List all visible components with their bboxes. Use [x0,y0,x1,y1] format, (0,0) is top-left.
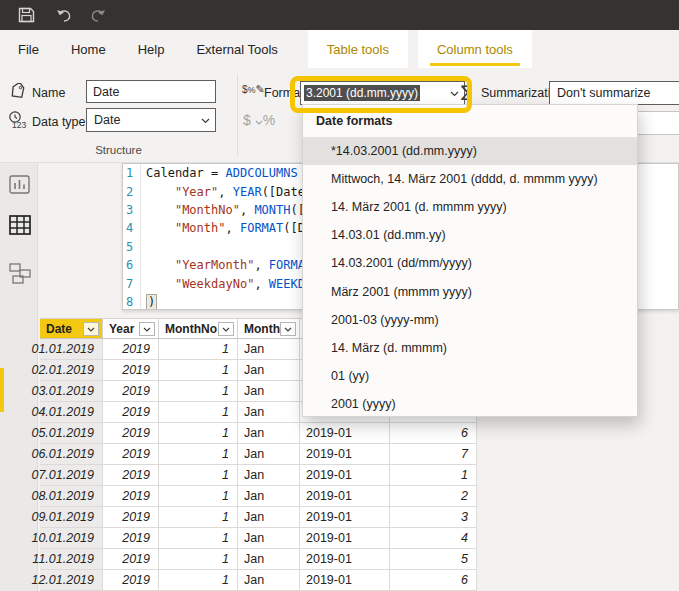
table-cell[interactable]: 2019 [103,423,159,444]
summarization-select[interactable]: Don't summarize [549,81,679,105]
table-cell[interactable]: Jan [238,549,300,570]
table-cell[interactable]: 2019-01 [300,444,390,465]
table-cell[interactable]: 2019 [103,507,159,528]
dropdown-item[interactable]: März 2001 (mmmm yyyy) [303,277,637,305]
table-cell[interactable]: 1 [159,528,238,549]
dropdown-item[interactable]: *14.03.2001 (dd.mm.yyyy) [303,137,637,165]
table-cell[interactable]: 2019-01 [300,570,390,591]
table-cell[interactable]: 4 [390,528,477,549]
dropdown-item[interactable]: 2001 (yyyy) [303,390,637,418]
data-view-icon[interactable] [9,215,31,235]
table-cell[interactable]: 1 [159,486,238,507]
table-cell[interactable]: Jan [238,570,300,591]
dropdown-item[interactable]: Mittwoch, 14. März 2001 (dddd, d. mmmm y… [303,165,637,193]
table-cell[interactable]: 06.01.2019 [40,444,103,465]
format-select[interactable]: 3.2001 (dd.mm.yyyy) [300,81,465,105]
table-cell[interactable]: 2 [390,486,477,507]
menu-item-external-tools[interactable]: External Tools [180,30,293,68]
filter-dropdown-icon[interactable] [83,322,99,336]
undo-icon[interactable] [54,6,74,24]
dropdown-item[interactable]: 14. März (d. mmmm) [303,334,637,362]
table-cell[interactable]: 2019 [103,465,159,486]
table-cell[interactable]: 2019-01 [300,486,390,507]
table-cell[interactable]: 12.01.2019 [40,570,103,591]
datatype-select[interactable]: Date [86,108,216,132]
table-cell[interactable]: 05.01.2019 [40,423,103,444]
table-cell[interactable]: 2019 [103,360,159,381]
dropdown-item[interactable]: 01 (yy) [303,362,637,390]
table-cell[interactable]: 2019-01 [300,549,390,570]
column-header-date[interactable]: Date [40,318,103,339]
table-cell[interactable]: 07.01.2019 [40,465,103,486]
table-cell[interactable]: 1 [159,381,238,402]
table-cell[interactable]: 3 [390,507,477,528]
dropdown-item[interactable]: 14.03.2001 (dd/mm/yyyy) [303,249,637,277]
model-view-icon[interactable] [9,263,31,283]
table-cell[interactable]: 1 [159,465,238,486]
column-header-month[interactable]: Month [238,318,300,339]
table-cell[interactable]: Jan [238,444,300,465]
tab-column-tools[interactable]: Column tools [418,30,532,68]
table-cell[interactable]: 2019-01 [300,507,390,528]
table-cell[interactable]: 1 [159,360,238,381]
table-cell[interactable]: 09.01.2019 [40,507,103,528]
table-cell[interactable]: 2019 [103,402,159,423]
table-cell[interactable]: 03.01.2019 [40,381,103,402]
table-cell[interactable]: 1 [159,423,238,444]
filter-dropdown-icon[interactable] [218,322,234,336]
table-cell[interactable]: 2019 [103,444,159,465]
table-cell[interactable]: 08.01.2019 [40,486,103,507]
menu-item-file[interactable]: File [0,30,55,68]
dropdown-item[interactable]: 2001-03 (yyyy-mm) [303,306,637,334]
dropdown-item[interactable]: 14. März 2001 (d. mmmm yyyy) [303,193,637,221]
name-input[interactable] [86,80,216,103]
table-cell[interactable]: 6 [390,570,477,591]
column-header-monthno[interactable]: MonthNo [159,318,238,339]
table-cell[interactable]: Jan [238,486,300,507]
table-cell[interactable]: 2019-01 [300,423,390,444]
menu-item-help[interactable]: Help [122,30,181,68]
line-number: 3 [123,201,141,219]
table-cell[interactable]: 1 [159,549,238,570]
table-cell[interactable]: 1 [159,570,238,591]
table-cell[interactable]: 2019 [103,339,159,360]
table-cell[interactable]: 2019 [103,549,159,570]
table-cell[interactable]: 5 [390,549,477,570]
redo-icon[interactable] [88,6,108,24]
menu-item-home[interactable]: Home [55,30,122,68]
table-cell[interactable]: Jan [238,402,300,423]
table-cell[interactable]: 02.01.2019 [40,360,103,381]
table-cell[interactable]: Jan [238,507,300,528]
table-cell[interactable]: 10.01.2019 [40,528,103,549]
report-view-icon[interactable] [9,175,31,195]
filter-dropdown-icon[interactable] [280,322,296,336]
table-cell[interactable]: Jan [238,339,300,360]
save-icon[interactable] [16,6,36,24]
table-cell[interactable]: 1 [159,402,238,423]
table-cell[interactable]: 2019-01 [300,465,390,486]
table-cell[interactable]: 1 [159,339,238,360]
table-cell[interactable]: 01.01.2019 [40,339,103,360]
table-cell[interactable]: Jan [238,360,300,381]
table-cell[interactable]: 2019 [103,381,159,402]
table-cell[interactable]: Jan [238,528,300,549]
column-header-year[interactable]: Year [103,318,159,339]
table-cell[interactable]: 6 [390,423,477,444]
tab-table-tools[interactable]: Table tools [308,30,408,68]
table-cell[interactable]: 2019 [103,486,159,507]
table-cell[interactable]: 1 [159,507,238,528]
table-cell[interactable]: 2019 [103,570,159,591]
currency-percent-icons[interactable]: $% [243,112,279,128]
table-cell[interactable]: 7 [390,444,477,465]
table-cell[interactable]: Jan [238,465,300,486]
table-cell[interactable]: Jan [238,381,300,402]
table-cell[interactable]: 11.01.2019 [40,549,103,570]
table-cell[interactable]: 2019 [103,528,159,549]
table-cell[interactable]: 04.01.2019 [40,402,103,423]
table-cell[interactable]: 1 [159,444,238,465]
table-cell[interactable]: 2019-01 [300,528,390,549]
filter-dropdown-icon[interactable] [139,322,155,336]
table-cell[interactable]: Jan [238,423,300,444]
table-cell[interactable]: 1 [390,465,477,486]
dropdown-item[interactable]: 14.03.01 (dd.mm.yy) [303,221,637,249]
